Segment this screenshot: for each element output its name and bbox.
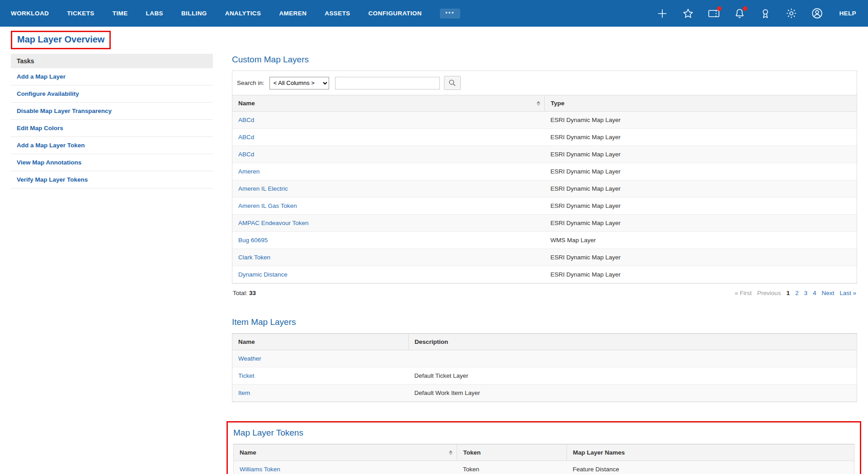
- task-add-a-map-layer-token[interactable]: Add a Map Layer Token: [11, 137, 213, 154]
- map-layer-name-link[interactable]: ABCd: [238, 134, 254, 141]
- profile-icon[interactable]: [811, 7, 823, 20]
- nav-more-button[interactable]: •••: [440, 9, 460, 19]
- map-layer-name-link[interactable]: ABCd: [238, 117, 254, 123]
- nav-item-labs[interactable]: LABS: [146, 10, 163, 17]
- custom-map-layers-title: Custom Map Layers: [232, 55, 857, 65]
- item-map-layers-title: Item Map Layers: [232, 317, 857, 327]
- task-edit-map-colors[interactable]: Edit Map Colors: [11, 120, 213, 137]
- map-layer-name-link[interactable]: ABCd: [238, 151, 254, 158]
- column-header-name[interactable]: Name: [232, 95, 545, 112]
- nav-item-ameren[interactable]: AMEREN: [279, 10, 307, 17]
- map-layer-type-cell: ESRI Dynamic Map Layer: [545, 112, 857, 129]
- map-layer-name-link[interactable]: Bug 60695: [238, 237, 268, 244]
- map-layer-tokens-annotation: Map Layer Tokens Name Token Map Laye: [226, 421, 861, 474]
- column-header-name[interactable]: Name: [234, 445, 457, 461]
- table-row: Williams TokenTokenFeature Distance: [234, 461, 854, 474]
- notifications-icon[interactable]: [733, 7, 746, 20]
- tickets-icon[interactable]: [708, 7, 720, 20]
- title-row: Map Layer Overview: [0, 27, 868, 52]
- table-row: ABCdESRI Dynamic Map Layer: [232, 112, 857, 129]
- pagination-previous[interactable]: Previous: [757, 290, 781, 296]
- token-cell: Token: [457, 461, 567, 474]
- table-row: Weather: [232, 350, 857, 367]
- map-layer-name-link[interactable]: Dynamic Distance: [238, 271, 288, 278]
- map-layer-type-cell: WMS Map Layer: [545, 232, 857, 249]
- table-row: AmerenESRI Dynamic Map Layer: [232, 163, 857, 180]
- task-configure-availability[interactable]: Configure Availability: [11, 85, 213, 103]
- map-layer-type-cell: ESRI Dynamic Map Layer: [545, 146, 857, 163]
- sort-icon[interactable]: [449, 450, 453, 455]
- table-row: Ameren IL ElectricESRI Dynamic Map Layer: [232, 180, 857, 197]
- table-row: ItemDefault Work Item Layer: [232, 385, 857, 402]
- item-layer-description-cell: [408, 350, 857, 367]
- table-header-row: Name Token Map Layer Names: [234, 445, 854, 461]
- column-header-name-label: Name: [240, 449, 256, 456]
- custom-map-layers-section: Custom Map Layers Search in: < All Colum…: [232, 55, 857, 296]
- sort-icon[interactable]: [537, 101, 540, 106]
- pagination-page-2[interactable]: 2: [795, 290, 799, 296]
- tasks-header: Tasks: [11, 54, 213, 68]
- column-header-name-label: Name: [238, 100, 255, 107]
- nav-item-assets[interactable]: ASSETS: [325, 10, 350, 17]
- badge-icon[interactable]: [759, 7, 772, 20]
- pagination-page-4[interactable]: 4: [813, 290, 816, 296]
- main-content: Custom Map Layers Search in: < All Colum…: [232, 54, 857, 474]
- column-header-type[interactable]: Type: [545, 95, 857, 112]
- map-layer-names-cell: Feature Distance: [567, 461, 854, 474]
- pagination-next[interactable]: Next: [821, 290, 834, 296]
- search-button[interactable]: [444, 76, 461, 90]
- search-icon: [448, 79, 457, 87]
- pagination-last[interactable]: Last »: [840, 290, 856, 296]
- table-row: TicketDefault Ticket Layer: [232, 367, 857, 385]
- nav-item-time[interactable]: TIME: [113, 10, 128, 17]
- table-row: Bug 60695WMS Map Layer: [232, 232, 857, 249]
- task-view-map-annotations[interactable]: View Map Annotations: [11, 154, 213, 171]
- favorites-icon[interactable]: [682, 7, 694, 20]
- search-column-select[interactable]: < All Columns >: [269, 77, 329, 89]
- task-verify-map-layer-tokens[interactable]: Verify Map Layer Tokens: [11, 171, 213, 188]
- item-layer-name-link[interactable]: Weather: [238, 355, 261, 362]
- map-layer-name-link[interactable]: Ameren IL Gas Token: [238, 202, 297, 209]
- task-add-a-map-layer[interactable]: Add a Map Layer: [11, 68, 213, 85]
- table-row: ABCdESRI Dynamic Map Layer: [232, 129, 857, 146]
- map-layer-name-link[interactable]: Clark Token: [238, 254, 270, 261]
- nav-item-configuration[interactable]: CONFIGURATION: [368, 10, 422, 17]
- nav-item-billing[interactable]: BILLING: [181, 10, 207, 17]
- nav-item-analytics[interactable]: ANALYTICS: [225, 10, 261, 17]
- settings-icon[interactable]: [785, 7, 797, 20]
- table-row: ABCdESRI Dynamic Map Layer: [232, 146, 857, 163]
- pagination-page-1[interactable]: 1: [786, 290, 790, 296]
- map-layer-tokens-table-body: Williams TokenTokenFeature Distance: [234, 461, 854, 474]
- nav-item-tickets[interactable]: TICKETS: [67, 10, 94, 17]
- pagination-first[interactable]: « First: [735, 290, 752, 296]
- nav-icon-cluster: HELP: [656, 7, 856, 20]
- token-name-link[interactable]: Williams Token: [240, 466, 280, 473]
- map-layer-name-link[interactable]: Ameren: [238, 168, 259, 175]
- map-layer-type-cell: ESRI Dynamic Map Layer: [545, 215, 857, 232]
- add-icon[interactable]: [656, 7, 669, 20]
- tickets-badge: [717, 6, 722, 11]
- column-header-description[interactable]: Description: [408, 334, 857, 350]
- item-map-layers-table-body: WeatherTicketDefault Ticket LayerItemDef…: [232, 350, 857, 402]
- top-nav: WORKLOAD TICKETS TIME LABS BILLING ANALY…: [0, 0, 868, 27]
- search-input[interactable]: [335, 77, 440, 89]
- map-layer-name-link[interactable]: AMPAC Endeavour Token: [238, 220, 309, 226]
- help-link[interactable]: HELP: [839, 10, 856, 17]
- total-label: Total:: [233, 290, 247, 296]
- map-layer-type-cell: ESRI Dynamic Map Layer: [545, 163, 857, 180]
- custom-map-layers-table-body: ABCdESRI Dynamic Map LayerABCdESRI Dynam…: [232, 112, 857, 283]
- map-layer-type-cell: ESRI Dynamic Map Layer: [545, 180, 857, 197]
- column-header-token[interactable]: Token: [457, 445, 567, 461]
- tasks-list: Add a Map Layer Configure Availability D…: [11, 68, 213, 188]
- notifications-badge: [743, 6, 747, 11]
- column-header-map-layer-names[interactable]: Map Layer Names: [567, 445, 854, 461]
- item-layer-name-link[interactable]: Item: [238, 390, 250, 396]
- total-count: Total: 33: [233, 290, 256, 296]
- task-disable-map-layer-transparency[interactable]: Disable Map Layer Transparency: [11, 103, 213, 120]
- item-layer-name-link[interactable]: Ticket: [238, 372, 255, 379]
- nav-item-workload[interactable]: WORKLOAD: [11, 10, 49, 17]
- map-layer-name-link[interactable]: Ameren IL Electric: [238, 185, 288, 192]
- pagination-page-3[interactable]: 3: [804, 290, 807, 296]
- pagination: « First Previous 1 2 3 4 Next Last »: [735, 290, 856, 296]
- column-header-name[interactable]: Name: [232, 334, 408, 350]
